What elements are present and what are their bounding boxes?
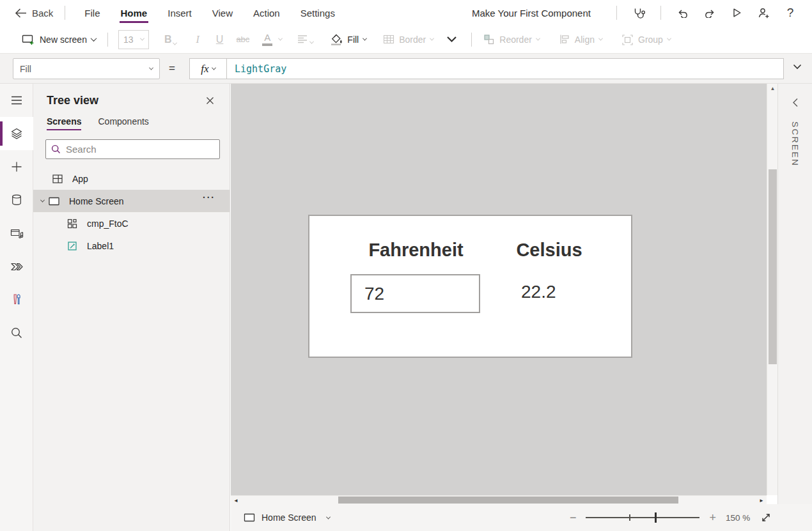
advanced-tools-rail-button[interactable] xyxy=(0,283,33,316)
fill-button[interactable]: Fill xyxy=(325,29,371,49)
chevron-down-icon xyxy=(793,64,802,70)
bold-button[interactable]: B xyxy=(158,30,183,49)
share-button[interactable] xyxy=(752,2,775,24)
tree-list: App Home Screen ··· cmp_FtoC L xyxy=(33,167,230,257)
strikethrough-button[interactable]: abc xyxy=(230,31,256,48)
media-rail-button[interactable] xyxy=(0,217,33,250)
item-options-button[interactable]: ··· xyxy=(203,192,215,203)
scroll-right-arrow[interactable]: ► xyxy=(757,496,766,505)
bold-icon: B xyxy=(164,34,172,45)
menu-item-file[interactable]: File xyxy=(77,2,107,24)
border-grid-icon xyxy=(383,35,394,44)
menu-item-settings[interactable]: Settings xyxy=(293,2,343,24)
fahrenheit-input[interactable] xyxy=(350,274,480,313)
screen-panel-label: SCREEN xyxy=(790,121,800,167)
zoom-slider-handle[interactable] xyxy=(655,512,657,523)
align-objects-icon xyxy=(559,34,570,45)
chevron-down-icon xyxy=(430,36,434,41)
insert-rail-button[interactable] xyxy=(0,150,33,183)
formula-bar-expand-button[interactable] xyxy=(793,64,802,70)
database-icon xyxy=(10,194,23,206)
chevron-down-icon[interactable] xyxy=(40,198,45,203)
preview-play-button[interactable] xyxy=(725,2,748,24)
undo-button[interactable] xyxy=(671,2,694,24)
tree-item-label1[interactable]: Label1 xyxy=(33,235,230,257)
menu-item-home[interactable]: Home xyxy=(113,2,155,24)
tree-view-rail-button[interactable] xyxy=(0,117,33,150)
screen-icon xyxy=(244,512,255,523)
chevron-down-icon xyxy=(278,36,283,41)
redo-icon xyxy=(704,8,715,18)
underline-icon: U xyxy=(216,34,224,45)
underline-button[interactable]: U xyxy=(210,30,230,49)
font-color-button[interactable]: A xyxy=(256,30,279,49)
zoom-in-button[interactable]: + xyxy=(709,512,716,523)
canvas-vertical-scrollbar[interactable]: ▲ xyxy=(767,84,777,495)
menu-right-group: ? xyxy=(610,0,802,26)
hamburger-menu-button[interactable] xyxy=(0,84,33,117)
zoom-out-button[interactable]: − xyxy=(570,512,577,523)
zoom-slider-tick xyxy=(629,514,630,521)
scroll-left-arrow[interactable]: ◄ xyxy=(231,496,240,505)
canvas-horizontal-scrollbar[interactable]: ◄ ► xyxy=(231,495,767,504)
border-button[interactable]: Border xyxy=(378,31,439,49)
tree-item-label: cmp_FtoC xyxy=(87,219,129,229)
new-screen-button[interactable]: New screen xyxy=(17,30,101,49)
align-button[interactable]: Align xyxy=(554,30,607,49)
scroll-up-arrow[interactable]: ▲ xyxy=(767,84,778,93)
tree-item-label: Label1 xyxy=(87,241,114,251)
media-icon xyxy=(10,227,24,240)
tree-item-app[interactable]: App xyxy=(33,167,230,190)
back-button[interactable]: Back xyxy=(14,8,53,19)
current-screen-selector[interactable]: Home Screen xyxy=(244,512,330,523)
ribbon-expand-chevron[interactable] xyxy=(439,33,465,45)
zoom-slider[interactable] xyxy=(586,512,699,523)
chevron-down-icon xyxy=(667,36,671,41)
align-lines-icon xyxy=(297,35,308,44)
fx-button[interactable]: fx xyxy=(189,58,226,79)
tab-screens[interactable]: Screens xyxy=(47,116,81,130)
property-selector[interactable]: Fill xyxy=(13,58,160,79)
property-selected-value: Fill xyxy=(20,64,31,74)
search-rail-button[interactable] xyxy=(0,316,33,350)
reorder-button[interactable]: Reorder xyxy=(478,30,545,49)
zoom-level-value: 150 % xyxy=(726,513,751,523)
power-automate-rail-button[interactable] xyxy=(0,250,33,283)
menu-item-view[interactable]: View xyxy=(205,2,240,24)
toolbar-divider xyxy=(471,33,472,47)
equals-sign: = xyxy=(169,62,175,75)
tree-search-box[interactable] xyxy=(45,139,220,159)
formula-input[interactable]: LightGray xyxy=(226,58,784,79)
horizontal-scroll-thumb[interactable] xyxy=(338,496,678,504)
group-button[interactable]: Group xyxy=(616,30,676,49)
close-panel-button[interactable] xyxy=(203,94,217,107)
data-rail-button[interactable] xyxy=(0,183,33,217)
reorder-icon xyxy=(483,34,495,45)
vertical-scroll-thumb[interactable] xyxy=(769,169,777,364)
expand-panel-button[interactable] xyxy=(792,98,799,107)
app-checker-button[interactable] xyxy=(627,2,650,24)
align-label: Align xyxy=(575,35,595,45)
zoom-slider-track xyxy=(586,517,699,518)
design-canvas[interactable]: Fahrenheit Celsius 22.2 xyxy=(231,84,767,495)
current-screen-name: Home Screen xyxy=(262,512,316,523)
tree-item-home-screen[interactable]: Home Screen ··· xyxy=(33,190,230,212)
cmp-ftoc-component[interactable]: Fahrenheit Celsius 22.2 xyxy=(308,215,632,358)
tree-item-cmp-ftoc[interactable]: cmp_FtoC xyxy=(33,212,230,235)
menu-item-insert[interactable]: Insert xyxy=(160,2,199,24)
help-button[interactable]: ? xyxy=(779,2,802,24)
chevron-down-icon xyxy=(140,36,144,41)
chevron-down-icon xyxy=(212,66,216,70)
tree-search-input[interactable] xyxy=(66,144,214,155)
font-size-select[interactable]: 13 xyxy=(118,30,149,49)
tree-view-tabs: Screens Components xyxy=(33,110,230,130)
fit-to-window-button[interactable] xyxy=(761,512,771,523)
menu-item-action[interactable]: Action xyxy=(246,2,288,24)
redo-button[interactable] xyxy=(698,2,721,24)
play-icon xyxy=(731,7,742,19)
tab-components[interactable]: Components xyxy=(98,116,148,130)
text-align-button[interactable] xyxy=(291,31,320,48)
italic-button[interactable]: I xyxy=(189,30,205,49)
border-label: Border xyxy=(399,35,426,45)
layers-icon xyxy=(10,127,23,140)
